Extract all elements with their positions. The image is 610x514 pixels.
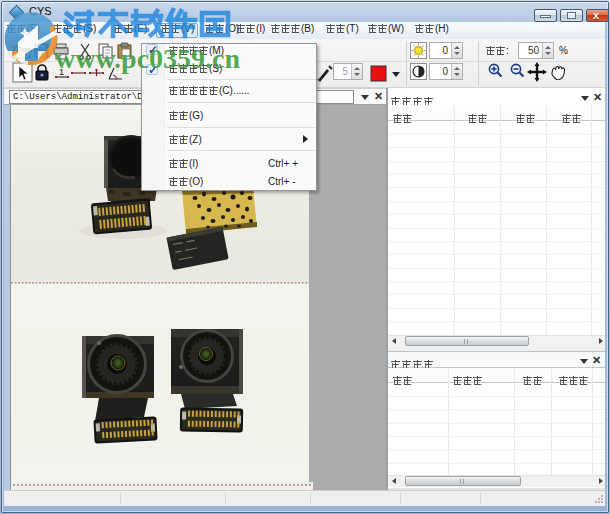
- svg-text:1: 1: [59, 67, 64, 77]
